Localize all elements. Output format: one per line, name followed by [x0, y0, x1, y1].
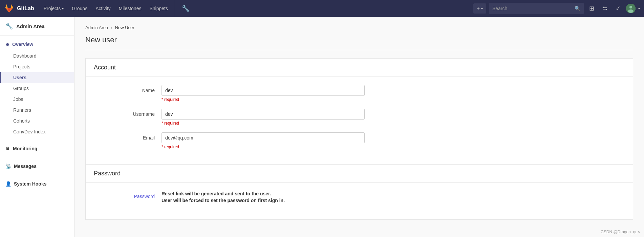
username-row: Username * required — [94, 109, 625, 126]
logo-text: GitLab — [17, 5, 34, 12]
svg-point-1 — [629, 6, 632, 8]
password-form-body: Password Reset link will be generated an… — [86, 183, 633, 219]
wrench-icon[interactable]: 🔧 — [178, 0, 193, 17]
account-form-body: Name * required Username * required — [86, 77, 633, 164]
page-divider — [85, 50, 633, 50]
search-input[interactable] — [492, 6, 575, 11]
avatar-icon — [626, 4, 636, 13]
sidebar-item-runners[interactable]: Runners — [0, 105, 74, 115]
nav-right: + ▾ 🔍 ⊞ ⇋ ✓ ▾ — [473, 0, 640, 17]
sidebar-messages-section: 📡 Messages — [0, 157, 74, 175]
svg-point-2 — [628, 9, 634, 13]
nav-activity[interactable]: Activity — [91, 0, 114, 17]
name-field: * required — [162, 85, 625, 102]
breadcrumb-parent-link[interactable]: Admin Area — [85, 25, 108, 30]
page-layout: 🔧 Admin Area ⊞ Overview Dashboard Projec… — [0, 17, 644, 237]
sidebar-overview-header[interactable]: ⊞ Overview — [0, 38, 74, 50]
merge-requests-icon[interactable]: ⇋ — [600, 0, 610, 17]
sidebar-monitoring-header[interactable]: 🖥 Monitoring — [0, 143, 74, 155]
username-field: * required — [162, 109, 625, 126]
sidebar-item-users[interactable]: Users — [0, 72, 74, 83]
sidebar-messages-header[interactable]: 📡 Messages — [0, 160, 74, 172]
main-content: Admin Area › New User New user Account N… — [74, 17, 644, 237]
account-section-title: Account — [86, 59, 633, 77]
monitor-icon: 🖥 — [5, 146, 10, 151]
page-title: New user — [85, 36, 633, 44]
sidebar-hooks-section: 👤 System Hooks — [0, 175, 74, 193]
email-label: Email — [94, 132, 162, 141]
search-box[interactable]: 🔍 — [489, 3, 584, 14]
sidebar-item-projects[interactable]: Projects — [0, 61, 74, 72]
email-row: Email * required — [94, 132, 625, 149]
watermark: CSDN @Dragon_qu× — [601, 230, 640, 234]
nav-milestones[interactable]: Milestones — [115, 0, 146, 17]
hooks-icon: 👤 — [5, 181, 11, 187]
logo[interactable]: GitLab — [4, 3, 34, 14]
sidebar-item-dashboard[interactable]: Dashboard — [0, 50, 74, 61]
search-icon: 🔍 — [575, 6, 580, 11]
password-row: Password Reset link will be generated an… — [94, 191, 625, 204]
new-item-button[interactable]: + ▾ — [473, 3, 486, 14]
avatar-chevron-icon: ▾ — [638, 7, 640, 10]
sidebar-item-cohorts[interactable]: Cohorts — [0, 115, 74, 126]
name-input[interactable] — [162, 85, 365, 96]
name-required: * required — [162, 97, 625, 102]
sidebar-overview-section: ⊞ Overview Dashboard Projects Users Grou… — [0, 36, 74, 140]
panels-icon[interactable]: ⊞ — [586, 0, 597, 17]
sidebar-monitoring-section: 🖥 Monitoring — [0, 140, 74, 157]
sidebar-header: 🔧 Admin Area — [0, 17, 74, 36]
account-section: Account Name * required Username * requi… — [85, 58, 633, 220]
todos-icon[interactable]: ✓ — [613, 0, 623, 17]
breadcrumb-current: New User — [115, 25, 134, 30]
password-help: Reset link will be generated and sent to… — [162, 191, 625, 203]
plus-chevron-icon: ▾ — [481, 7, 483, 10]
gitlab-logo-icon — [4, 3, 14, 14]
nav-divider — [175, 0, 175, 17]
breadcrumb: Admin Area › New User — [85, 25, 633, 30]
nav-snippets[interactable]: Snippets — [145, 0, 172, 17]
username-required: * required — [162, 121, 625, 126]
sidebar: 🔧 Admin Area ⊞ Overview Dashboard Projec… — [0, 17, 74, 237]
projects-chevron-icon: ▾ — [62, 7, 64, 10]
email-field: * required — [162, 132, 625, 149]
sidebar-title: Admin Area — [16, 23, 45, 29]
sidebar-item-jobs[interactable]: Jobs — [0, 94, 74, 105]
name-row: Name * required — [94, 85, 625, 102]
username-label: Username — [94, 109, 162, 117]
avatar[interactable] — [626, 4, 636, 13]
messages-icon: 📡 — [5, 164, 11, 169]
sidebar-item-groups[interactable]: Groups — [0, 83, 74, 94]
email-input[interactable] — [162, 132, 365, 143]
top-navigation: GitLab Projects ▾ Groups Activity Milest… — [0, 0, 644, 17]
email-required: * required — [162, 145, 625, 149]
nav-links: Projects ▾ Groups Activity Milestones Sn… — [40, 0, 473, 17]
breadcrumb-separator: › — [111, 25, 112, 30]
password-field: Reset link will be generated and sent to… — [162, 191, 625, 204]
nav-groups[interactable]: Groups — [68, 0, 91, 17]
sidebar-hooks-header[interactable]: 👤 System Hooks — [0, 178, 74, 190]
nav-projects[interactable]: Projects ▾ — [40, 0, 68, 17]
password-label: Password — [94, 191, 162, 199]
name-label: Name — [94, 85, 162, 93]
grid-icon: ⊞ — [5, 42, 9, 47]
password-section-title: Password — [86, 164, 633, 183]
username-input[interactable] — [162, 109, 365, 120]
sidebar-item-convdev-index[interactable]: ConvDev Index — [0, 126, 74, 137]
wrench-sidebar-icon: 🔧 — [5, 22, 13, 30]
